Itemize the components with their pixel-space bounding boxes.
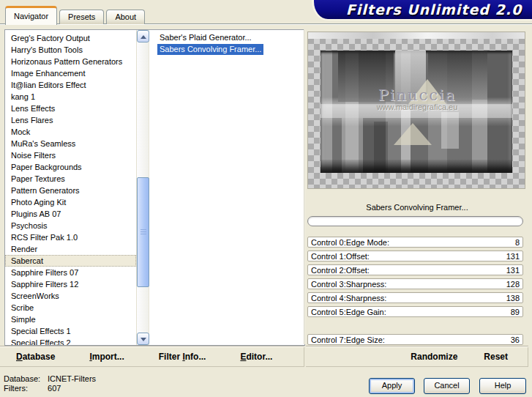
category-item[interactable]: Horizonaus Pattern Generators [5,56,136,67]
pattern-block [321,104,512,117]
category-item[interactable]: MuRa's Seamless [5,138,136,149]
selected-filter-caption: Sabers Convolving Framer... [306,203,528,212]
control-label: Control 1:Offset: [311,251,370,261]
category-item[interactable]: Sapphire Filters 07 [5,267,136,278]
category-item[interactable]: Plugins AB 07 [5,208,136,220]
filter-item[interactable]: Saber's Plaid Generator... [157,32,254,43]
panel-divider [304,29,305,344]
toolbar-button[interactable]: Import... [89,352,124,362]
category-item[interactable]: Sabercat [5,255,136,267]
control-label: Control 4:Sharpness: [311,293,386,303]
preview-image[interactable] [307,31,525,189]
control-label: Control 2:Offset: [311,265,370,275]
filter-panel: Sabers Convolving Framer... Control 0:Ed… [306,29,528,346]
tab[interactable]: Presets [59,10,104,24]
filter-list: Saber's Plaid Generator... Sabers Convol… [149,30,304,345]
browser-listbox: Greg's Factory Output Harry's Button Too… [4,29,305,346]
filters-unlimited-dialog: Filters Unlimited 2.0 Navigator Presets … [0,0,532,397]
toolbar-button[interactable]: Filter Info... [159,352,206,362]
control-value: 138 [506,293,520,303]
category-item[interactable]: RCS Filter Pak 1.0 [5,231,136,243]
category-scrollbar[interactable] [136,30,149,345]
category-item[interactable]: Mock [5,126,136,138]
control-value: 89 [511,307,520,316]
status-filters: Filters: 607 [4,384,61,393]
control-slider-row[interactable]: Control 0:Edge Mode: 8 [307,237,523,248]
scroll-up-button[interactable] [137,30,149,42]
status-database-label: Database: [4,374,45,383]
category-item[interactable]: Greg's Factory Output [5,32,136,44]
control-slider-row[interactable]: Control 1:Offset: 131 [307,251,523,261]
control-label: Control 0:Edge Mode: [311,237,389,247]
scroll-down-icon [141,338,146,341]
category-item[interactable]: Pattern Generators [5,185,136,196]
category-item[interactable]: Noise Filters [5,149,136,161]
filter-item[interactable]: Sabers Convolving Framer... [157,44,263,55]
category-item[interactable]: Special Effects 1 [5,325,136,337]
apply-button[interactable]: Apply [369,378,415,394]
category-item[interactable]: ScreenWorks [5,290,136,302]
control-slider-row[interactable]: Control 4:Sharpness: 138 [307,292,523,303]
category-list: Greg's Factory Output Harry's Button Too… [5,30,136,345]
control-slider-row[interactable]: Control 3:Sharpness: 128 [307,278,523,289]
control-label: Control 3:Sharpness: [311,279,386,289]
control-slider-row[interactable]: Control 5:Edge Gain: 89 [307,306,523,317]
cancel-button[interactable]: Cancel [424,378,470,394]
category-item[interactable]: Paper Textures [5,173,136,185]
control-slider-row[interactable]: Control 2:Offset: 131 [307,264,523,275]
category-item[interactable]: Psychosis [5,220,136,231]
tab-bar: Navigator Presets About [5,7,147,24]
preview-top-strip [308,32,525,39]
control-value: 128 [506,279,520,289]
label-part: nfo... [185,352,206,362]
category-item[interactable]: Sapphire Filters 12 [5,278,136,290]
category-item[interactable]: Render [5,243,136,255]
toolbar-button[interactable]: Database [16,352,55,362]
status-filters-label: Filters: [4,384,45,393]
category-item[interactable]: Lens Flares [5,114,136,126]
category-item[interactable]: Simple [5,313,136,325]
scrollbar-thumb[interactable] [137,177,149,287]
category-item[interactable]: kang 1 [5,91,136,103]
reset-button[interactable]: Reset [484,352,508,362]
window-title: Filters Unlimited 2.0 [324,1,522,18]
category-item[interactable]: Scribe [5,302,136,313]
status-filters-value: 607 [48,384,61,393]
right-toolbar: Randomize Reset [306,346,528,367]
category-item[interactable]: Photo Aging Kit [5,196,136,208]
scroll-down-button[interactable] [137,333,149,345]
title-banner: Filters Unlimited 2.0 [312,0,532,21]
category-item[interactable]: Paper Backgrounds [5,161,136,173]
control-label: Control 7:Edge Size: [311,335,385,344]
category-item[interactable]: Special Effects 2 [5,337,136,345]
control-value: 36 [511,335,520,344]
thumb-grip-icon [141,229,146,235]
status-database: Database: ICNET-Filters [4,374,96,383]
label-mnemonic: D [16,352,23,362]
status-database-value: ICNET-Filters [48,374,96,383]
tab[interactable]: Navigator [5,6,57,25]
category-item[interactable]: It@lian Editors Effect [5,79,136,91]
pattern-block [321,160,512,173]
label-part: Filter [159,352,183,362]
control-slider-row[interactable]: Control 7:Edge Size: 36 [307,334,523,345]
tab[interactable]: About [106,10,145,24]
watermark-triangle [408,79,446,104]
category-item[interactable]: Image Enhancement [5,67,136,79]
category-item[interactable]: Lens Effects [5,103,136,114]
control-value: 131 [506,265,520,275]
control-label: Control 5:Edge Gain: [311,307,386,316]
label-part: ditor... [246,352,272,362]
control-sliders: Control 0:Edge Mode: 8 Control 1:Offset:… [307,237,523,348]
left-toolbar: Database Import... Filter Info... Editor… [0,346,304,367]
toolbar-button[interactable]: Editor... [240,352,272,362]
pattern-block [441,112,459,149]
preview-pattern [321,51,512,173]
control-value: 131 [506,251,520,261]
randomize-button[interactable]: Randomize [411,352,457,362]
progress-bar [307,216,523,226]
label-part: atabase [23,352,56,362]
scroll-up-icon [141,35,146,39]
help-button[interactable]: Help [479,378,526,394]
category-item[interactable]: Harry's Button Tools [5,44,136,56]
